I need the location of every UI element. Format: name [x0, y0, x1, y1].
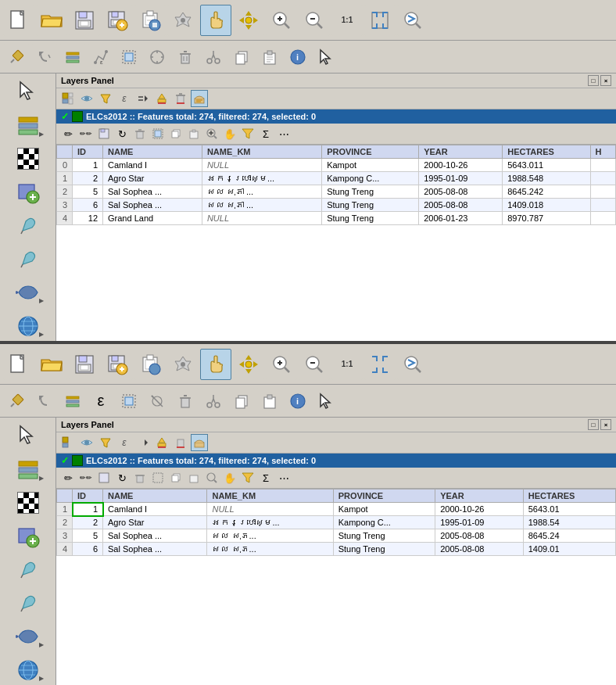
properties-btn-b[interactable]: [167, 349, 199, 380]
table-row[interactable]: 4 12 Grand Land NULL Stung Treng 2006-01…: [57, 212, 616, 225]
pan-arrows-btn-b[interactable]: [233, 349, 264, 380]
zoom-11-button[interactable]: 1:1: [331, 5, 363, 36]
col-id-b[interactable]: ID: [73, 490, 103, 503]
delete-btn-top[interactable]: [172, 44, 199, 70]
zoom-in-btn-b[interactable]: [266, 349, 297, 380]
sidebar-add-layer-top[interactable]: [11, 177, 45, 207]
reload-b[interactable]: ↻: [113, 469, 131, 486]
save-edits-top[interactable]: [95, 125, 113, 142]
more-b[interactable]: ⋯: [275, 469, 292, 486]
layer-remove-btn-top[interactable]: [172, 90, 189, 107]
save-btn-b[interactable]: [69, 349, 100, 380]
sidebar-fish-b[interactable]: ▶: [11, 622, 45, 652]
layer-filter-btn-b[interactable]: [97, 434, 114, 451]
copy-btn-b[interactable]: [228, 388, 255, 414]
zoom-out-btn-b[interactable]: [299, 349, 330, 380]
select-btn-top[interactable]: [116, 44, 142, 70]
zoom-in-button[interactable]: [266, 5, 297, 36]
save-edits-b[interactable]: [95, 469, 113, 486]
col-year-b[interactable]: YEAR: [435, 490, 524, 503]
layer-visible-btn-b[interactable]: [78, 434, 95, 451]
pan-arrows-button[interactable]: [233, 5, 264, 36]
cut-btn-top[interactable]: [200, 44, 227, 70]
zoom-selected-b[interactable]: [203, 469, 220, 486]
pan-selected-top[interactable]: ✋: [221, 125, 238, 142]
edit-multi-top[interactable]: ✏✏: [77, 125, 95, 142]
layer-up-btn-b[interactable]: [153, 434, 170, 451]
zoom-out-button[interactable]: [299, 5, 330, 36]
layer-expand-btn-b[interactable]: [134, 434, 152, 451]
sidebar-layers-top[interactable]: ▶: [11, 110, 45, 141]
new-file-button[interactable]: [3, 5, 34, 36]
col-hectares-b[interactable]: HECTARES: [523, 490, 615, 503]
sidebar-pen2-top[interactable]: [11, 244, 45, 274]
pan-btn-b[interactable]: [200, 349, 231, 380]
zoom-11-btn-b[interactable]: 1:1: [331, 349, 363, 380]
col-year-top[interactable]: YEAR: [419, 145, 503, 159]
save-button[interactable]: [69, 5, 100, 36]
panel-close-top[interactable]: ×: [600, 75, 611, 86]
col-namekm-top[interactable]: NAME_KM: [202, 145, 321, 159]
delete-selected-top[interactable]: [131, 125, 149, 142]
layer-expand-btn-top[interactable]: [134, 90, 152, 107]
layer-remove-btn-b[interactable]: [172, 434, 189, 451]
zoom-full-button[interactable]: [364, 5, 396, 36]
info-btn-top[interactable]: i: [285, 44, 311, 70]
measure-btn-b[interactable]: [144, 388, 170, 414]
info-btn-b[interactable]: i: [285, 388, 311, 414]
layer-select-btn-top[interactable]: [59, 90, 77, 107]
field-calc-b[interactable]: Σ: [257, 469, 274, 486]
panel-close-bottom[interactable]: ×: [600, 419, 611, 430]
edit-pencil-b[interactable]: ✏: [59, 469, 77, 486]
copy-selected-b[interactable]: [167, 469, 184, 486]
zoom-custom-btn-b[interactable]: [397, 349, 428, 380]
save-as-btn-b[interactable]: [102, 349, 133, 380]
delete-btn-b[interactable]: [172, 388, 199, 414]
layer-select-btn-b[interactable]: [59, 434, 77, 451]
more-top[interactable]: ⋯: [275, 125, 292, 142]
paste-btn-b[interactable]: [256, 388, 283, 414]
digitize-btn-b[interactable]: ε: [88, 388, 114, 414]
undo-button-top[interactable]: [31, 44, 58, 70]
edit-multi-b[interactable]: ✏✏: [77, 469, 95, 486]
cut-btn-b[interactable]: [200, 388, 227, 414]
save-as-button[interactable]: [102, 5, 133, 36]
table-row[interactable]: 1 1 Camland I NULL Kampot 2000-10-26 564…: [57, 503, 616, 516]
sidebar-pen2-b[interactable]: [11, 588, 45, 619]
sidebar-fish-top[interactable]: ▶: [11, 278, 45, 308]
undo-btn-b[interactable]: [31, 388, 58, 414]
col-namekm-b[interactable]: NAME_KM: [207, 490, 333, 503]
zoom-custom-button[interactable]: [397, 5, 428, 36]
col-hectares-top[interactable]: HECTARES: [503, 145, 590, 159]
pan-button[interactable]: [200, 5, 231, 36]
table-row[interactable]: 0 1 Camland I NULL Kampot 2000-10-26 564…: [57, 159, 616, 172]
col-id-top[interactable]: ID: [73, 145, 103, 159]
sidebar-globe-top[interactable]: ▶: [11, 310, 45, 341]
edit-button-top[interactable]: [3, 44, 30, 70]
table-row[interactable]: 3 6 Sal Sophea ... សល សុភា ... Stung Tre…: [57, 199, 616, 212]
select-all-top[interactable]: [149, 125, 167, 142]
open-folder-button[interactable]: [36, 5, 67, 36]
table-row[interactable]: 3 5 Sal Sophea ... សល សុភ... Stung Treng…: [57, 529, 616, 543]
panel-restore-bottom[interactable]: □: [588, 419, 599, 430]
zoom-full-btn-b[interactable]: [364, 349, 396, 380]
sidebar-pointer-b[interactable]: [11, 421, 45, 451]
copy-btn-top[interactable]: [228, 44, 255, 70]
layer-expression-btn-b[interactable]: ε: [116, 434, 133, 451]
paste-btn-top[interactable]: [256, 44, 283, 70]
zoom-selected-top[interactable]: [203, 125, 220, 142]
col-province-b[interactable]: PROVINCE: [333, 490, 435, 503]
col-province-top[interactable]: PROVINCE: [322, 145, 419, 159]
print-layout-btn-b[interactable]: [134, 349, 166, 380]
open-folder-btn-b[interactable]: [36, 349, 67, 380]
copy-selected-top[interactable]: [167, 125, 184, 142]
sidebar-checker-b[interactable]: [11, 488, 45, 518]
layer-filter-btn-top[interactable]: [97, 90, 114, 107]
new-file-btn-b[interactable]: [3, 349, 34, 380]
pan-selected-b[interactable]: ✋: [221, 469, 238, 486]
paste-b[interactable]: [185, 469, 202, 486]
layer-visible-btn-top[interactable]: [78, 90, 95, 107]
select-all-b[interactable]: [149, 469, 167, 486]
filter-b[interactable]: [239, 469, 256, 486]
layer-expression-btn-top[interactable]: ε: [116, 90, 133, 107]
